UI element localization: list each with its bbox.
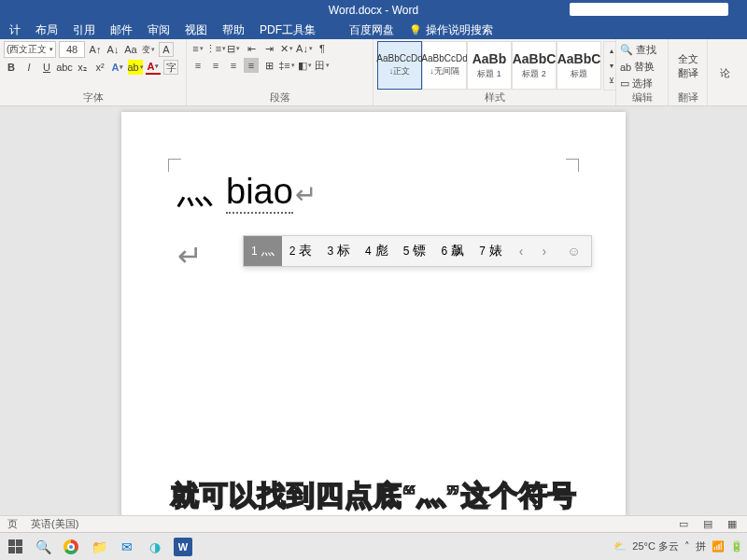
tray-lang-icon[interactable]: 拼 [696, 539, 706, 553]
ime-next-icon[interactable]: › [532, 244, 556, 259]
superscript-icon[interactable]: x² [92, 60, 107, 75]
taskbar-chrome-icon[interactable] [60, 536, 82, 558]
tab-view[interactable]: 视图 [177, 21, 215, 39]
replace-icon: ab [620, 62, 631, 73]
strike-icon[interactable]: abc [57, 60, 72, 75]
ime-candidate-6[interactable]: 6飙 [433, 236, 472, 266]
highlight-icon[interactable]: ab [128, 60, 143, 75]
ime-candidate-7[interactable]: 7婊 [472, 236, 510, 266]
tab-pdf[interactable]: PDF工具集 [252, 21, 323, 39]
ribbon-group-translate: 全文翻译 翻译 [669, 39, 708, 105]
tell-me-label: 操作说明搜索 [426, 22, 493, 38]
tab-review[interactable]: 审阅 [140, 21, 177, 39]
ime-candidate-4[interactable]: 4彪 [358, 236, 396, 266]
font-name-select[interactable]: (西文正文▾ [4, 41, 56, 58]
document-area: 灬 biao ↵ ↵ 1灬 2表 3标 4彪 5镖 6飙 7婊 ‹ › ☺ [0, 106, 747, 518]
ime-candidate-3[interactable]: 3标 [319, 236, 358, 266]
ime-prev-icon[interactable]: ‹ [510, 244, 533, 259]
taskbar-edge-icon[interactable]: ◑ [144, 536, 166, 558]
tell-me[interactable]: 💡 操作说明搜索 [402, 22, 493, 38]
taskbar-files-icon[interactable]: 📁 [88, 536, 110, 558]
menu-bar: 计 布局 引用 邮件 审阅 视图 帮助 PDF工具集 百度网盘 💡 操作说明搜索 [0, 21, 747, 39]
tab-baidu[interactable]: 百度网盘 [342, 21, 402, 39]
page[interactable]: 灬 biao ↵ ↵ 1灬 2表 3标 4彪 5镖 6飙 7婊 ‹ › ☺ [121, 112, 626, 518]
style-heading2[interactable]: AaBbC标题 2 [512, 41, 557, 90]
sort-icon[interactable]: A↓ [297, 41, 312, 56]
view-web-icon[interactable]: ▦ [725, 517, 740, 532]
font-color-icon[interactable]: A [146, 60, 161, 75]
tray-wifi-icon[interactable]: 📶 [712, 540, 725, 553]
title-blank [570, 3, 728, 16]
tab-references[interactable]: 引用 [65, 21, 103, 39]
line-spacing-icon[interactable]: ‡≡ [279, 58, 294, 73]
numbering-icon[interactable]: ⋮≡ [208, 41, 223, 56]
tray-chevron-icon[interactable]: ˄ [684, 540, 690, 553]
tab-design[interactable]: 计 [2, 21, 28, 39]
ribbon-group-save: 论 [708, 39, 741, 105]
phonetic-icon[interactable]: 变 [141, 42, 156, 57]
start-button[interactable] [4, 536, 26, 558]
align-justify-icon[interactable]: ≡ [244, 58, 259, 73]
weather-icon[interactable]: ⛅ [613, 540, 627, 553]
change-case-icon[interactable]: Aa [123, 42, 138, 57]
ime-candidate-2[interactable]: 2表 [282, 236, 320, 266]
style-title[interactable]: AaBbC标题 [557, 41, 601, 90]
align-left-icon[interactable]: ≡ [190, 58, 205, 73]
multilevel-icon[interactable]: ⊟ [226, 41, 241, 56]
view-read-icon[interactable]: ▭ [676, 517, 691, 532]
window-title: Word.docx - Word [329, 4, 418, 17]
ime-emoji-icon[interactable]: ☺ [556, 244, 591, 259]
ime-composition: biao [226, 172, 293, 214]
style-no-spacing[interactable]: AaBbCcDd↓无间隔 [422, 41, 467, 90]
indent-dec-icon[interactable]: ⇤ [244, 41, 259, 56]
indent-inc-icon[interactable]: ⇥ [261, 41, 276, 56]
tab-layout[interactable]: 布局 [28, 21, 65, 39]
ime-candidate-5[interactable]: 5镖 [396, 236, 434, 266]
taskbar-word-icon[interactable]: W [172, 536, 194, 558]
translate-button[interactable]: 全文翻译 [678, 52, 698, 80]
font-size-select[interactable]: 48 [59, 41, 85, 58]
taskbar-search-icon[interactable]: 🔍 [32, 536, 54, 558]
group-label-edit: 编辑 [620, 91, 664, 105]
tray-battery-icon[interactable]: 🔋 [730, 540, 743, 553]
weather-text[interactable]: 25°C 多云 [632, 539, 679, 553]
bullets-icon[interactable]: ≡ [190, 41, 205, 56]
underline-icon[interactable]: U [39, 60, 54, 75]
shrink-font-icon[interactable]: A↓ [106, 42, 120, 57]
taskbar-mail-icon[interactable]: ✉ [116, 536, 138, 558]
select-icon: ▭ [620, 77, 629, 90]
subscript-icon[interactable]: x₂ [75, 60, 90, 75]
ribbon-group-paragraph: ≡ ⋮≡ ⊟ ⇤ ⇥ ✕ A↓ ¶ ≡ ≡ ≡ ≡ ⊞ ‡≡ ◧ 田 段落 [187, 39, 374, 105]
select-button[interactable]: ▭选择 [620, 77, 664, 91]
shading-icon[interactable]: ◧ [297, 58, 312, 73]
find-button[interactable]: 🔍查找 [620, 43, 664, 57]
ime-candidate-1[interactable]: 1灬 [244, 236, 282, 266]
save-icon[interactable]: 论 [720, 66, 730, 80]
replace-button[interactable]: ab替换 [620, 60, 664, 74]
ribbon-group-font: (西文正文▾ 48 A↑ A↓ Aa 变 A B I U abc x₂ x² A… [0, 39, 187, 105]
text-effects-icon[interactable]: A [110, 60, 125, 75]
show-marks-icon[interactable]: ¶ [315, 41, 330, 56]
tab-help[interactable]: 帮助 [215, 21, 252, 39]
text-dir-icon[interactable]: ✕ [279, 41, 294, 56]
group-label-styles: 样式 [377, 91, 612, 105]
doc-line-1: 灬 biao ↵ [177, 168, 570, 216]
find-icon: 🔍 [620, 44, 633, 56]
margin-corner [566, 159, 579, 172]
align-center-icon[interactable]: ≡ [208, 58, 223, 73]
style-heading1[interactable]: AaBb标题 1 [467, 41, 512, 90]
char-border-icon[interactable]: A [159, 42, 174, 57]
status-language[interactable]: 英语(美国) [31, 517, 78, 531]
bold-icon[interactable]: B [4, 60, 19, 75]
borders-icon[interactable]: 田 [315, 58, 330, 73]
view-print-icon[interactable]: ▤ [700, 517, 715, 532]
align-right-icon[interactable]: ≡ [226, 58, 241, 73]
status-page[interactable]: 页 [7, 517, 18, 531]
style-normal[interactable]: AaBbCcDd↓正文 [377, 41, 422, 90]
distribute-icon[interactable]: ⊞ [261, 58, 276, 73]
italic-icon[interactable]: I [21, 60, 36, 75]
grow-font-icon[interactable]: A↑ [88, 42, 103, 57]
group-label-save [712, 105, 738, 105]
tab-mailings[interactable]: 邮件 [103, 21, 140, 39]
char-shading-icon[interactable]: 字 [163, 60, 178, 75]
